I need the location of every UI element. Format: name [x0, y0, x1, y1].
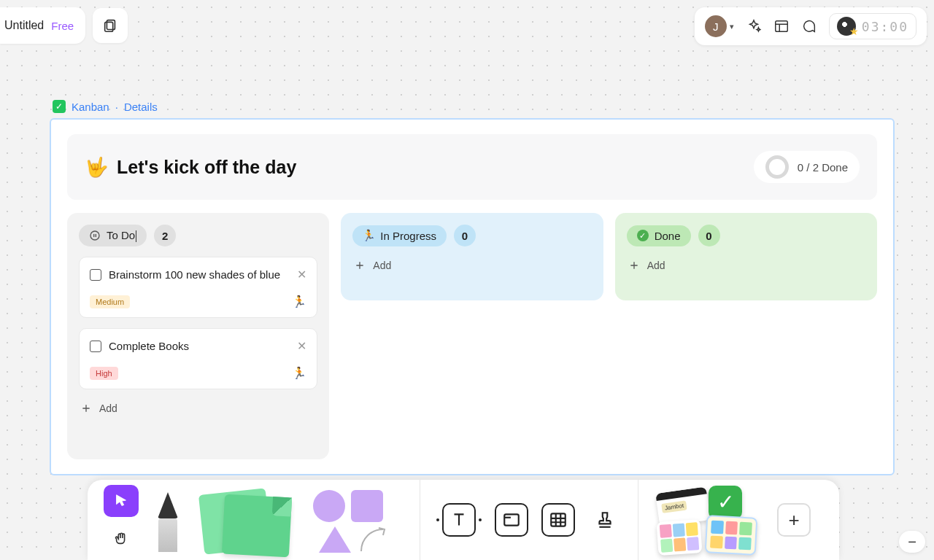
widget-type-icon: ✓	[53, 100, 66, 113]
widgets-tool[interactable]: Jambot ✓	[655, 486, 764, 555]
hand-icon	[113, 531, 129, 547]
board-emoji-icon: 🤟	[85, 156, 108, 179]
column-done[interactable]: ✓ Done 0 Add	[615, 213, 877, 300]
svg-rect-2	[776, 21, 788, 32]
add-label: Add	[99, 402, 117, 414]
avatar: J	[705, 15, 727, 37]
move-icon[interactable]: 🏃	[292, 366, 306, 380]
shapes-tool[interactable]	[309, 486, 404, 555]
miniboard-widget-icon	[705, 515, 758, 556]
breadcrumb: ✓ Kanban · Details	[53, 100, 158, 113]
palette-widget-icon	[656, 518, 702, 555]
column-chip-todo[interactable]: To Do	[79, 225, 147, 246]
close-icon[interactable]: ✕	[297, 268, 306, 281]
column-label[interactable]: To Do	[107, 229, 136, 242]
board-header: 🤟 Let's kick off the day 0 / 2 Done	[67, 134, 877, 200]
file-title: Untitled	[4, 19, 44, 32]
plus-icon	[628, 260, 640, 271]
add-card-button[interactable]: Add	[627, 257, 865, 274]
triangle-icon	[319, 526, 351, 553]
board-title[interactable]: Let's kick off the day	[117, 157, 296, 178]
svg-point-3	[90, 231, 99, 240]
move-icon[interactable]: 🏃	[292, 295, 306, 308]
column-count-progress: 0	[454, 225, 476, 246]
svg-rect-4	[504, 514, 519, 525]
section-icon	[502, 510, 521, 529]
pause-icon	[89, 230, 101, 241]
sticky-note-tool[interactable]	[197, 486, 296, 555]
add-label: Add	[373, 260, 391, 271]
text-tool[interactable]	[436, 503, 482, 537]
add-card-button[interactable]: Add	[352, 257, 591, 274]
timer-value: 03:00	[862, 19, 908, 34]
running-icon: 🏃	[363, 230, 374, 241]
card-title[interactable]: Brainstorm 100 new shades of blue	[109, 268, 290, 281]
column-chip-done[interactable]: ✓ Done	[627, 225, 691, 246]
plan-badge: Free	[51, 20, 74, 32]
pen-icon	[158, 492, 178, 552]
svg-rect-5	[551, 513, 566, 526]
crumb-separator: ·	[115, 101, 118, 113]
column-label[interactable]: Done	[655, 230, 681, 242]
text-icon	[449, 510, 468, 529]
checkbox-icon[interactable]	[90, 341, 101, 352]
crumb-subview[interactable]: Details	[124, 101, 158, 113]
bottom-toolbar: Jambot ✓ +	[88, 480, 839, 560]
table-tool[interactable]	[541, 503, 575, 537]
column-count-done: 0	[698, 225, 720, 246]
column-label[interactable]: In Progress	[380, 230, 436, 242]
svg-rect-1	[105, 22, 113, 31]
select-tool[interactable]	[104, 485, 139, 517]
check-widget-icon: ✓	[709, 486, 742, 519]
checkbox-icon[interactable]	[90, 269, 101, 281]
table-icon	[549, 510, 568, 529]
circle-icon	[313, 490, 345, 522]
zoom-out-button[interactable]: −	[899, 531, 925, 553]
priority-badge[interactable]: Medium	[90, 295, 130, 308]
done-summary-text: 0 / 2 Done	[798, 161, 848, 174]
add-card-button[interactable]: Add	[79, 400, 317, 417]
sticky-icon	[222, 494, 292, 557]
column-todo[interactable]: To Do 2 Brainstorm 100 new shades of blu…	[67, 213, 329, 459]
hand-tool[interactable]	[104, 523, 139, 555]
stamp-tool[interactable]	[588, 503, 622, 537]
cursor-icon	[113, 493, 129, 509]
comment-icon[interactable]	[801, 18, 817, 34]
minus-icon: −	[908, 534, 916, 551]
close-icon[interactable]: ✕	[297, 339, 306, 353]
account-menu[interactable]: J ▾	[705, 15, 734, 37]
connector-icon	[358, 525, 390, 554]
more-tools-button[interactable]: +	[777, 503, 811, 537]
add-label: Add	[647, 260, 665, 271]
layout-icon[interactable]	[773, 18, 790, 34]
card[interactable]: Brainstorm 100 new shades of blue ✕ Medi…	[79, 257, 317, 318]
crumb-view[interactable]: Kanban	[72, 101, 109, 113]
handle-icon	[479, 518, 482, 521]
column-chip-progress[interactable]: 🏃 In Progress	[352, 225, 447, 246]
progress-ring-icon	[765, 155, 789, 179]
section-tool[interactable]	[495, 503, 528, 537]
copy-icon	[102, 18, 118, 34]
timer[interactable]: ★ 03:00	[829, 13, 916, 39]
top-right-bar: J ▾ ★ 03:00	[695, 7, 927, 45]
column-count-todo: 2	[154, 225, 176, 246]
kanban-board[interactable]: 🤟 Let's kick off the day 0 / 2 Done To D…	[50, 118, 895, 475]
done-summary: 0 / 2 Done	[754, 151, 860, 183]
plus-icon	[354, 260, 366, 271]
priority-badge[interactable]: High	[90, 367, 118, 380]
plus-icon	[80, 402, 92, 414]
plus-icon: +	[788, 509, 799, 532]
pen-tool[interactable]	[152, 488, 184, 552]
square-icon	[351, 490, 383, 522]
svg-rect-0	[107, 20, 115, 30]
stamp-icon	[595, 510, 614, 529]
sparkle-icon[interactable]	[746, 18, 762, 34]
check-circle-icon: ✓	[637, 230, 649, 241]
chevron-down-icon: ▾	[730, 22, 734, 31]
card[interactable]: Complete Books ✕ High 🏃	[79, 328, 317, 389]
timer-icon: ★	[837, 17, 856, 36]
column-in-progress[interactable]: 🏃 In Progress 0 Add	[341, 213, 603, 300]
file-chip[interactable]: Untitled Free	[0, 7, 85, 44]
new-file-button[interactable]	[93, 8, 128, 43]
card-title[interactable]: Complete Books	[109, 340, 290, 352]
